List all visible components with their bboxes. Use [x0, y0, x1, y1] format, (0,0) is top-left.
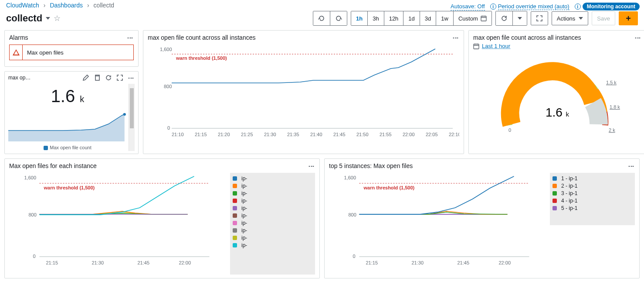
- info-icon[interactable]: i: [490, 3, 496, 10]
- legend-swatch: [552, 184, 557, 188]
- svg-text:warn threshold (1,500): warn threshold (1,500): [363, 185, 415, 190]
- legend-item[interactable]: ip-: [233, 183, 312, 189]
- legend-swatch: [552, 199, 557, 203]
- period-override[interactable]: Period override mixed (auto): [498, 3, 569, 10]
- legend-item[interactable]: 4 - ip-1: [552, 198, 632, 204]
- kebab-icon[interactable]: ⋮: [308, 163, 315, 169]
- legend-item[interactable]: 3 - ip-1: [552, 190, 632, 196]
- refresh-icon[interactable]: [105, 74, 112, 81]
- calendar-icon: [473, 43, 479, 49]
- svg-text:1.6 k: 1.6 k: [546, 106, 569, 119]
- redo-button[interactable]: [330, 11, 347, 25]
- legend-item[interactable]: ip-: [233, 235, 312, 241]
- legend-swatch: [233, 213, 237, 218]
- svg-text:21:55: 21:55: [380, 132, 392, 137]
- legend-label: 4 - ip-1: [561, 198, 577, 204]
- range-1w[interactable]: 1w: [436, 11, 453, 25]
- legend-swatch: [44, 146, 48, 150]
- breadcrumb-dashboards[interactable]: Dashboards: [50, 2, 83, 9]
- legend-label: 1 - ip-1: [561, 175, 577, 182]
- legend: 1 - ip-12 - ip-13 - ip-14 - ip-15 - ip-1: [550, 173, 635, 225]
- chart-title: max open file count across all instances: [148, 34, 255, 41]
- legend-swatch: [233, 228, 237, 233]
- legend-item[interactable]: ip-: [233, 213, 312, 219]
- gauge-range-link[interactable]: Last 1 hour: [482, 43, 510, 49]
- svg-text:21:25: 21:25: [241, 132, 253, 137]
- per-instance-chart: Max open files for each instance ⋮ 1,600…: [4, 158, 320, 278]
- svg-text:21:30: 21:30: [412, 260, 424, 265]
- sparkline-panel: max op… ⋮ 1.6 k: [4, 71, 139, 154]
- kebab-icon[interactable]: ⋮: [452, 35, 459, 41]
- range-1h[interactable]: 1h: [351, 11, 367, 25]
- fullscreen-button[interactable]: [531, 11, 548, 25]
- caret-down-icon[interactable]: [46, 17, 50, 20]
- kebab-icon[interactable]: ⋮: [127, 35, 134, 41]
- sparkline-legend: Max open file count: [50, 145, 91, 150]
- pencil-icon[interactable]: [82, 74, 89, 81]
- add-widget-button[interactable]: +: [619, 11, 638, 25]
- save-button[interactable]: Save: [592, 11, 615, 25]
- legend-label: 2 - ip-1: [561, 183, 577, 189]
- legend-item[interactable]: 2 - ip-1: [552, 183, 632, 189]
- legend-item[interactable]: ip-: [233, 220, 312, 226]
- alarm-triangle-icon: [13, 49, 20, 55]
- legend-label: ip-: [241, 198, 247, 204]
- star-icon[interactable]: ☆: [54, 14, 61, 23]
- scrollbar[interactable]: [129, 84, 135, 151]
- legend-swatch: [233, 176, 237, 181]
- legend-label: 5 - ip-1: [561, 205, 577, 211]
- alarm-label: Max open files: [23, 49, 68, 56]
- legend-item[interactable]: 1 - ip-1: [552, 175, 632, 182]
- ytick: 1,600: [160, 47, 172, 52]
- autosave-toggle[interactable]: Autosave: Off: [451, 3, 485, 10]
- sparkline-title: max op…: [8, 75, 31, 81]
- legend-item[interactable]: ip-: [233, 175, 312, 182]
- legend-item[interactable]: 5 - ip-1: [552, 205, 632, 211]
- svg-text:800: 800: [349, 212, 356, 217]
- max-open-files-chart: max open file count across all instances…: [143, 30, 464, 154]
- range-1d[interactable]: 1d: [403, 11, 419, 25]
- refresh-button[interactable]: [496, 11, 512, 25]
- gauge-tick: 1.5 k: [606, 80, 617, 85]
- svg-text:21:45: 21:45: [458, 260, 470, 265]
- svg-text:21:30: 21:30: [92, 260, 104, 265]
- actions-button[interactable]: Actions: [552, 11, 589, 25]
- legend-item[interactable]: ip-: [233, 205, 312, 211]
- kebab-icon[interactable]: ⋮: [634, 35, 641, 41]
- alarm-item[interactable]: Max open files: [9, 45, 134, 60]
- kebab-icon[interactable]: ⋮: [128, 75, 135, 81]
- range-12h[interactable]: 12h: [384, 11, 403, 25]
- svg-rect-1: [95, 76, 99, 80]
- legend-swatch: [233, 243, 237, 247]
- svg-text:22:00: 22:00: [403, 132, 415, 137]
- legend-swatch: [233, 184, 237, 188]
- time-range-group: 1h 3h 12h 1d 3d 1w Custom: [351, 11, 492, 26]
- legend-item[interactable]: ip-: [233, 227, 312, 233]
- legend-item[interactable]: ip-: [233, 190, 312, 196]
- refresh-dropdown[interactable]: [512, 11, 527, 25]
- info-icon[interactable]: i: [575, 3, 581, 10]
- range-3d[interactable]: 3d: [420, 11, 436, 25]
- range-custom[interactable]: Custom: [453, 11, 491, 25]
- legend-label: ip-: [241, 183, 247, 189]
- legend-item[interactable]: ip-: [233, 242, 312, 248]
- legend-item[interactable]: ip-: [233, 198, 312, 204]
- ytick: 800: [164, 84, 172, 89]
- range-3h[interactable]: 3h: [367, 11, 383, 25]
- chart-title: Max open files for each instance: [9, 162, 97, 169]
- chart-title: top 5 instances: Max open files: [329, 162, 413, 169]
- svg-text:21:35: 21:35: [287, 132, 299, 137]
- page-title: collectd: [6, 13, 42, 24]
- expand-icon[interactable]: [116, 74, 123, 81]
- undo-button[interactable]: [313, 11, 330, 25]
- kebab-icon[interactable]: ⋮: [628, 163, 635, 169]
- breadcrumb-cloudwatch[interactable]: CloudWatch: [6, 2, 39, 9]
- legend-swatch: [233, 221, 237, 225]
- svg-text:21:40: 21:40: [310, 132, 322, 137]
- top5-chart: top 5 instances: Max open files ⋮ 1,600 …: [324, 158, 640, 278]
- chevron-right-icon: ›: [87, 2, 89, 9]
- gauge-panel: max open file count across all instances…: [468, 30, 644, 154]
- monitoring-account-pill[interactable]: Monitoring account: [583, 3, 640, 10]
- svg-text:21:20: 21:20: [218, 132, 230, 137]
- copy-icon[interactable]: [94, 74, 101, 81]
